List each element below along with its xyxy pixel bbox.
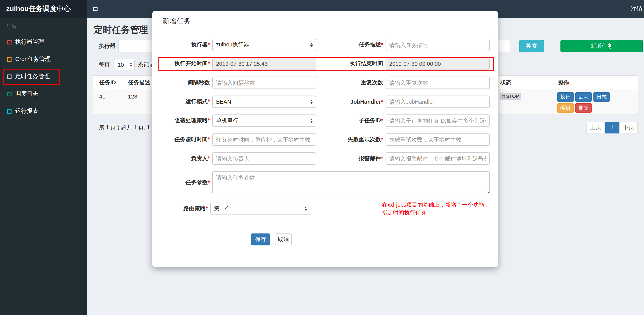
cell-task-desc: 123 — [128, 94, 137, 100]
status-text: STOP — [506, 94, 519, 99]
end-time-label: 执行结束时间 — [316, 60, 383, 68]
executor-select-value: zuihou执行器 — [216, 41, 249, 49]
sidebar-item-executor-manage[interactable]: 执行器管理 — [0, 33, 87, 51]
sidebar-header: 导航 — [0, 18, 87, 34]
block-strategy-label: 阻塞处理策略* — [160, 117, 210, 124]
sidebar: 导航 执行器管理 Cron任务管理 定时任务管理 调度日志 运行报表 — [0, 18, 87, 315]
start-time-label: 执行开始时间* — [160, 60, 210, 68]
executor-label: 执行器* — [160, 41, 210, 49]
page-title: 定时任务管理 — [94, 24, 148, 36]
fail-retry-label: 失败重试次数* — [316, 136, 383, 143]
glue-type-label: 运行模式* — [160, 98, 210, 105]
job-param-textarea[interactable] — [212, 171, 490, 194]
job-handler-input[interactable] — [386, 96, 490, 108]
alarm-email-input[interactable] — [386, 152, 490, 165]
pagination-next[interactable]: 下页 — [619, 122, 638, 134]
feature-note-line2: 指定时间执行任务 — [382, 209, 490, 216]
repeat-count-input[interactable] — [386, 77, 490, 89]
job-param-label: 任务参数* — [160, 179, 210, 187]
cell-task-id: 41 — [99, 94, 106, 100]
add-task-modal: 新增任务 执行器* zuihou执行器 任务描述* 执行开始时间* 2019-0… — [152, 11, 498, 267]
square-icon — [7, 40, 12, 44]
feature-note: 在xxl-jobs项目的基础上，新增了一个功能： 指定时间执行任务 — [382, 201, 490, 216]
select-caret-icon — [310, 119, 313, 123]
start-button[interactable]: 启动 — [575, 92, 592, 102]
log-button[interactable]: 日志 — [593, 92, 610, 102]
col-header-actions: 操作 — [558, 76, 569, 89]
sidebar-toggle-icon[interactable] — [94, 7, 98, 11]
child-jobid-input[interactable] — [386, 115, 490, 127]
col-header-task-id: 任务ID — [99, 76, 116, 89]
select-caret-icon — [130, 63, 132, 67]
fail-retry-input[interactable] — [386, 133, 490, 146]
sidebar-item-label: Cron任务管理 — [15, 56, 51, 63]
block-strategy-select[interactable]: 单机串行 — [212, 115, 316, 127]
stop-square-icon — [502, 95, 505, 98]
owner-input[interactable] — [212, 152, 316, 165]
square-icon — [7, 92, 12, 96]
interval-input[interactable] — [212, 77, 316, 89]
per-page-select[interactable]: 10 — [114, 59, 134, 70]
modal-footer: 保存 取消 — [160, 225, 490, 245]
per-page-suffix: 条记录 — [138, 59, 154, 70]
screen: zuihou任务调度中心 注销 导航 执行器管理 Cron任务管理 定时任务管理… — [0, 0, 644, 315]
app-logo[interactable]: zuihou任务调度中心 — [0, 0, 87, 18]
route-strategy-select-value: 第一个 — [214, 205, 231, 212]
square-icon — [7, 57, 12, 62]
per-page-label: 每页 — [99, 59, 110, 70]
sidebar-item-run-report[interactable]: 运行报表 — [0, 103, 87, 120]
logout-link[interactable]: 注销 — [631, 0, 642, 18]
job-desc-input[interactable] — [386, 39, 490, 51]
add-task-button[interactable]: 新增任务 — [560, 40, 643, 52]
repeat-count-label: 重复次数 — [316, 79, 383, 87]
select-caret-icon — [310, 43, 313, 47]
col-header-task-desc: 任务描述 — [128, 76, 150, 89]
start-time-input[interactable]: 2019-07-30 17:25:43 — [212, 58, 316, 70]
status-badge: STOP — [500, 93, 522, 100]
search-button[interactable]: 搜索 — [519, 40, 544, 52]
pagination-prev[interactable]: 上页 — [586, 122, 605, 134]
select-caret-icon — [310, 100, 313, 104]
sidebar-item-label: 运行报表 — [15, 107, 38, 115]
owner-label: 负责人* — [160, 155, 210, 162]
alarm-email-label: 报警邮件* — [316, 155, 383, 162]
brand-title: zuihou任务调度中心 — [6, 5, 71, 13]
modal-header: 新增任务 — [152, 11, 498, 31]
modal-body: 执行器* zuihou执行器 任务描述* 执行开始时间* 2019-07-30 … — [152, 31, 498, 245]
square-icon — [7, 74, 12, 79]
glue-type-select[interactable]: BEAN — [212, 96, 316, 108]
sidebar-item-timed-task[interactable]: 定时任务管理 — [0, 68, 87, 85]
sidebar-item-label: 定时任务管理 — [15, 73, 50, 80]
route-strategy-select[interactable]: 第一个 — [210, 203, 310, 215]
timeout-input[interactable] — [212, 133, 316, 146]
pagination-page-1[interactable]: 1 — [605, 122, 619, 134]
row-actions: 执行 启动 日志 编辑 删除 — [557, 92, 610, 115]
glue-type-select-value: BEAN — [216, 99, 231, 105]
child-jobid-label: 子任务ID* — [316, 117, 383, 124]
edit-button[interactable]: 编辑 — [557, 103, 574, 113]
end-time-input[interactable]: 2019-07-30 00:00:00 — [386, 58, 490, 70]
route-strategy-label: 路由策略* — [160, 205, 208, 212]
run-button[interactable]: 执行 — [557, 92, 574, 102]
executor-select[interactable]: zuihou执行器 — [212, 39, 316, 51]
per-page-value: 10 — [118, 62, 124, 68]
select-caret-icon — [304, 207, 307, 211]
sidebar-item-label: 调度日志 — [15, 90, 38, 98]
job-desc-label: 任务描述* — [316, 41, 383, 49]
cancel-button[interactable]: 取消 — [275, 233, 292, 245]
executor-filter-label: 执行器 — [99, 40, 116, 52]
square-icon — [7, 109, 12, 113]
feature-note-line1: 在xxl-jobs项目的基础上，新增了一个功能： — [382, 201, 490, 209]
modal-title: 新增任务 — [162, 16, 190, 26]
job-handler-label: JobHandler* — [316, 99, 383, 105]
save-button[interactable]: 保存 — [251, 233, 270, 245]
timeout-label: 任务超时时间* — [160, 136, 210, 143]
sidebar-item-schedule-log[interactable]: 调度日志 — [0, 85, 87, 102]
sidebar-item-cron-task[interactable]: Cron任务管理 — [0, 51, 87, 68]
col-header-status: 状态 — [500, 76, 511, 89]
delete-button[interactable]: 删除 — [575, 103, 592, 113]
block-strategy-select-value: 单机串行 — [216, 117, 238, 124]
sidebar-item-label: 执行器管理 — [15, 38, 44, 46]
interval-label: 间隔秒数 — [160, 79, 210, 87]
